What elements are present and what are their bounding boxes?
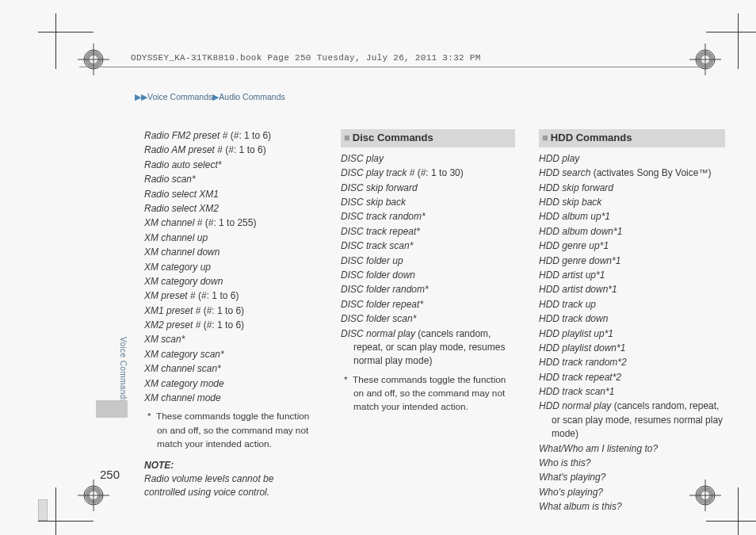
registration-mark-icon [78,480,109,511]
command-item: DISC play track # (#: 1 to 30) [341,166,515,180]
command-item: DISC folder down [341,269,515,282]
command-item: HDD play [539,152,725,166]
registration-mark-icon [689,44,721,75]
command-item: HDD track random*2 [539,356,725,369]
command-item: HDD skip forward [539,182,725,195]
command-item: XM1 preset # (#: 1 to 6) [144,304,317,318]
document-page: ODYSSEY_KA-31TK8810.book Page 250 Tuesda… [0,0,756,535]
crop-line [38,32,94,32]
header-rule [79,67,705,67]
breadcrumb: ▶▶Voice Commands▶Audio Commands [135,92,285,101]
square-bullet-icon: ■ [344,132,350,143]
command-item: HDD album down*1 [539,225,725,239]
command-list: DISC playDISC play track # (#: 1 to 30)D… [341,152,515,369]
command-item: DISC track random* [341,210,515,224]
column-disc-commands: ■Disc Commands DISC playDISC play track … [341,129,515,515]
side-section-label: Voice Commands [119,337,128,403]
command-item: XM channel # (#: 1 to 255) [144,216,317,230]
command-item: HDD artist down*1 [539,283,725,296]
content-columns: Radio FM2 preset # (#: 1 to 6)Radio AM p… [144,129,725,515]
side-index-tab [96,400,128,418]
note-body: Radio volume levels cannot be controlled… [144,472,317,500]
column-hdd-commands: ■HDD Commands HDD playHDD search (activa… [539,129,725,515]
command-item: Radio select XM2 [144,202,317,216]
command-item: Radio auto select* [144,159,317,172]
command-item: Who's playing? [539,486,725,499]
corner-tab-icon [38,499,48,521]
crop-line [706,521,756,522]
command-item: HDD track down [539,312,725,326]
command-item: What/Who am I listening to? [539,442,725,456]
command-item: DISC folder repeat* [341,298,515,311]
command-item: XM channel mode [144,392,317,405]
command-item: DISC folder up [341,254,515,268]
command-item: DISC track repeat* [341,225,515,239]
command-item: DISC play [341,152,515,166]
command-item: DISC track scan* [341,239,515,253]
command-item: Radio scan* [144,173,317,186]
crop-line [738,13,739,69]
command-item: HDD artist up*1 [539,269,725,282]
command-list: Radio FM2 preset # (#: 1 to 6)Radio AM p… [144,129,317,405]
command-item: XM2 preset # (#: 1 to 6) [144,319,317,332]
command-item: XM channel down [144,246,317,259]
command-item: HDD normal play (cancels random, repeat,… [539,399,725,441]
command-item: XM category up [144,261,317,274]
command-item: DISC normal play (cancels random, repeat… [341,327,515,369]
command-item: DISC skip back [341,196,515,209]
command-item: XM category mode [144,377,317,391]
column-radio-commands: Radio FM2 preset # (#: 1 to 6)Radio AM p… [144,129,317,515]
command-item: HDD genre up*1 [539,239,725,253]
command-item: XM channel up [144,231,317,245]
footnote: * These commands toggle the function on … [144,410,317,450]
command-item: Radio AM preset # (#: 1 to 6) [144,143,317,157]
section-heading: ■Disc Commands [341,129,515,147]
print-header-line: ODYSSEY_KA-31TK8810.book Page 250 Tuesda… [131,53,481,63]
crop-line [55,13,56,69]
command-item: HDD track scan*1 [539,385,725,399]
command-item: HDD album up*1 [539,210,725,224]
command-list: HDD playHDD search (activates Song By Vo… [539,152,725,514]
crop-line [55,487,56,535]
command-item: XM category down [144,275,317,289]
command-item: HDD track up [539,298,725,311]
square-bullet-icon: ■ [542,132,548,143]
command-item: HDD playlist down*1 [539,342,725,355]
command-item: Radio select XM1 [144,188,317,201]
breadcrumb-item: Audio Commands [219,92,284,101]
command-item: HDD playlist up*1 [539,327,725,341]
command-item: What's playing? [539,471,725,484]
section-heading: ■HDD Commands [539,129,725,147]
triangle-icon: ▶▶ [135,92,147,101]
command-item: XM preset # (#: 1 to 6) [144,289,317,303]
command-item: DISC folder random* [341,283,515,296]
command-item: DISC folder scan* [341,312,515,326]
note-heading: NOTE: [144,459,317,472]
breadcrumb-item: Voice Commands [147,92,212,101]
command-item: HDD skip back [539,196,725,209]
crop-line [706,32,756,32]
command-item: Radio FM2 preset # (#: 1 to 6) [144,129,317,143]
crop-line [738,487,739,535]
page-number: 250 [100,468,120,481]
command-item: XM scan* [144,333,317,346]
command-item: XM category scan* [144,348,317,361]
registration-mark-icon [78,44,109,75]
command-item: HDD track repeat*2 [539,371,725,384]
command-item: Who is this? [539,457,725,470]
command-item: HDD search (activates Song By Voice™) [539,166,725,180]
command-item: XM channel scan* [144,362,317,376]
footnote: * These commands toggle the function on … [341,373,515,414]
command-item: What album is this? [539,500,725,514]
command-item: HDD genre down*1 [539,254,725,268]
command-item: DISC skip forward [341,182,515,195]
